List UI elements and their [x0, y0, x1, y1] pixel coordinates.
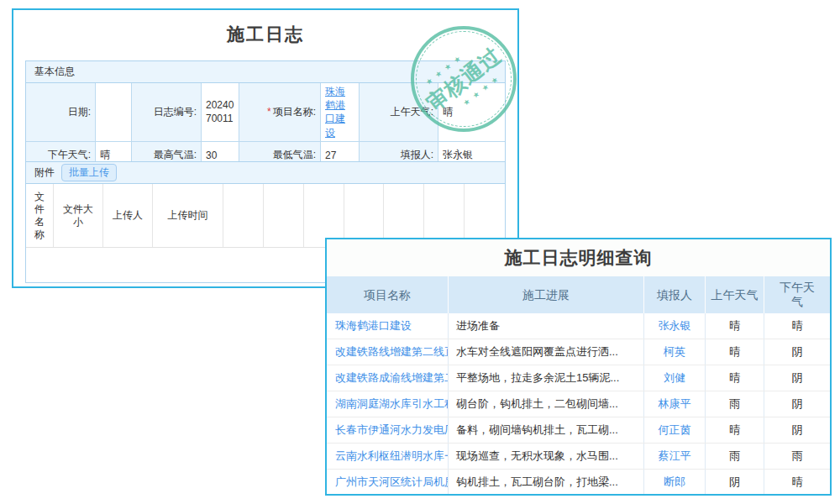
progress-cell: 砌台阶，钩机排土，二包砌间墙...: [449, 391, 644, 417]
log-number-value: 2024070011: [202, 83, 239, 142]
am-weather-value: 晴: [438, 83, 505, 142]
pm-weather-cell: 阴: [764, 391, 830, 417]
empty-column-header: [264, 184, 304, 247]
am-weather-cell: 晴: [706, 417, 764, 443]
reporter-link[interactable]: 柯英: [644, 339, 706, 365]
basic-info-section-title: 基本信息: [26, 61, 505, 83]
table-row: 云南水利枢纽潜明水库一期工程 现场巡查，无积水现象，水马围... 蔡江平 雨 雨: [327, 444, 830, 470]
reporter-link[interactable]: 刘健: [644, 365, 706, 391]
project-link[interactable]: 湖南洞庭湖水库引水工程施工队: [327, 391, 449, 417]
project-link[interactable]: 云南水利枢纽潜明水库一期工程: [327, 444, 449, 469]
reporter-column-header: 填报人: [644, 276, 706, 313]
pm-weather-column-header: 下午天气: [764, 276, 830, 313]
detail-query-title: 施工日志明细查询: [327, 239, 830, 276]
attachments-header-bar: 附件 批量上传: [26, 162, 505, 184]
progress-cell: 现场巡查，无积水现象，水马围...: [449, 444, 644, 469]
pm-weather-cell: 阴: [764, 339, 830, 365]
pm-weather-cell: 阴: [764, 365, 830, 391]
am-weather-label: 上午天气:: [360, 83, 438, 142]
uploader-column-header: 上传人: [103, 184, 153, 247]
file-name-column-header: 文件名称: [26, 184, 54, 247]
reporter-link[interactable]: 林康平: [644, 391, 706, 417]
pm-weather-cell: 晴: [764, 313, 830, 339]
project-name-value: 珠海鹤港口建设: [321, 83, 360, 142]
am-weather-cell: 雨: [706, 391, 764, 417]
reporter-link[interactable]: 何正茵: [644, 417, 706, 443]
project-column-header: 项目名称: [327, 276, 449, 313]
am-weather-cell: 雨: [706, 444, 764, 469]
attachments-section-title: 附件: [34, 165, 55, 180]
project-link[interactable]: 广州市天河区统计局机房改造项目: [327, 470, 449, 495]
progress-cell: 进场准备: [449, 313, 644, 339]
reporter-link[interactable]: 断郎: [644, 470, 706, 495]
progress-cell: 水车对全线遮阳网覆盖点进行洒...: [449, 339, 644, 365]
table-row: 长春市伊通河水力发电厂改建工程 备料，砌间墙钩机排土，瓦工砌... 何正茵 晴 …: [327, 417, 830, 444]
detail-query-table-header: 项目名称 施工进展 填报人 上午天气 下午天气: [327, 276, 830, 313]
progress-column-header: 施工进展: [449, 276, 644, 313]
am-weather-cell: 阴: [706, 470, 764, 495]
project-link[interactable]: 改建铁路成渝线增建第二直通线: [327, 365, 449, 391]
detail-query-panel: 施工日志明细查询 项目名称 施工进展 填报人 上午天气 下午天气 珠海鹤港口建设…: [325, 238, 832, 496]
project-link[interactable]: 改建铁路线增建第二线直通线: [327, 339, 449, 365]
am-weather-cell: 晴: [706, 339, 764, 365]
reporter-link[interactable]: 蔡江平: [644, 444, 706, 469]
page: 施工日志 基本信息 日期: 日志编号: 2024070011 *项目名称: 珠海…: [0, 0, 840, 504]
progress-cell: 平整场地，拉走多余泥土15辆泥...: [449, 365, 644, 391]
file-size-column-header: 文件大小: [54, 184, 103, 247]
am-weather-cell: 晴: [706, 365, 764, 391]
progress-cell: 备料，砌间墙钩机排土，瓦工砌...: [449, 417, 644, 443]
table-row: 改建铁路线增建第二线直通线 水车对全线遮阳网覆盖点进行洒... 柯英 晴 阴: [327, 339, 830, 365]
project-name-label: *项目名称:: [239, 83, 321, 142]
pm-weather-cell: 阴: [764, 417, 830, 443]
required-asterisk: *: [267, 106, 271, 118]
log-form-title: 施工日志: [13, 10, 517, 59]
am-weather-column-header: 上午天气: [706, 276, 764, 313]
table-row: 湖南洞庭湖水库引水工程施工队 砌台阶，钩机排土，二包砌间墙... 林康平 雨 阴: [327, 391, 830, 417]
am-weather-cell: 晴: [706, 313, 764, 339]
pm-weather-cell: 晴: [764, 470, 830, 495]
project-link[interactable]: 珠海鹤港口建设: [325, 85, 354, 139]
log-number-label: 日志编号:: [132, 83, 202, 142]
table-row: 改建铁路成渝线增建第二直通线 平整场地，拉走多余泥土15辆泥... 刘健 晴 阴: [327, 365, 830, 391]
date-value[interactable]: [96, 83, 132, 142]
empty-column-header: [223, 184, 264, 247]
table-row: 珠海鹤港口建设 进场准备 张永银 晴 晴: [327, 313, 830, 339]
reporter-link[interactable]: 张永银: [644, 313, 706, 339]
table-row: 广州市天河区统计局机房改造项目 钩机排土，瓦工砌台阶，打地梁... 断郎 阴 晴: [327, 470, 830, 496]
batch-upload-button[interactable]: 批量上传: [61, 164, 117, 182]
basic-info-table: 日期: 日志编号: 2024070011 *项目名称: 珠海鹤港口建设 上午天气…: [26, 83, 505, 169]
upload-time-column-header: 上传时间: [153, 184, 223, 247]
progress-cell: 钩机排土，瓦工砌台阶，打地梁...: [449, 470, 644, 495]
project-link[interactable]: 长春市伊通河水力发电厂改建工程: [327, 417, 449, 443]
date-label: 日期:: [26, 83, 96, 142]
basic-info-section: 基本信息 日期: 日志编号: 2024070011 *项目名称: 珠海鹤港口建设…: [25, 60, 506, 170]
project-link[interactable]: 珠海鹤港口建设: [327, 313, 449, 339]
pm-weather-cell: 雨: [764, 444, 830, 469]
